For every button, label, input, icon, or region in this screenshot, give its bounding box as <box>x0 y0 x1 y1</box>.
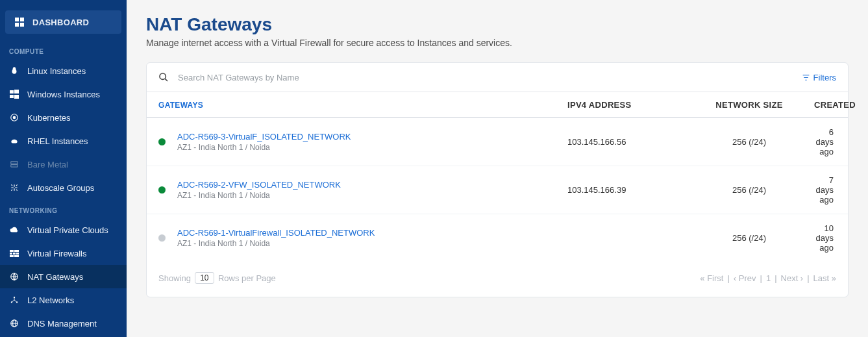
card-header: Filters <box>147 63 848 92</box>
svg-rect-5 <box>14 90 19 94</box>
sidebar-item-vpc[interactable]: Virtual Private Clouds <box>0 218 127 242</box>
sidebar-item-label: Virtual Firewalls <box>27 249 87 258</box>
page-title: NAT Gateways <box>146 14 849 35</box>
cell-ipv4: 103.145.166.39 <box>567 185 684 195</box>
sidebar-item-label: Linux Instances <box>27 66 86 76</box>
svg-rect-15 <box>13 253 16 255</box>
sidebar-item-label: Bare Metal <box>27 160 68 169</box>
gateway-location: AZ1 - India North 1 / Noida <box>177 191 341 200</box>
cloud-icon <box>9 225 19 235</box>
cell-network-size: 256 (/24) <box>684 185 814 195</box>
sidebar-item-label: NAT Gateways <box>27 272 83 282</box>
cell-created: 7 days ago <box>814 175 836 205</box>
svg-rect-13 <box>14 250 19 252</box>
svg-point-25 <box>160 73 166 79</box>
autoscale-icon <box>9 182 19 193</box>
cell-network-size: 256 (/24) <box>684 137 814 147</box>
table-row[interactable]: ADC-R569-2-VFW_ISOLATED_NETWORK AZ1 - In… <box>147 166 848 214</box>
sidebar-section-compute: COMPUTE <box>0 40 127 59</box>
svg-rect-14 <box>10 253 12 255</box>
page-subtitle: Manage internet access with a Virtual Fi… <box>146 38 849 48</box>
search-container <box>158 72 802 82</box>
gateways-card: Filters GATEWAYS IPV4 ADDRESS NETWORK SI… <box>146 62 849 297</box>
windows-icon <box>9 89 19 99</box>
gateway-name-link[interactable]: ADC-R569-2-VFW_ISOLATED_NETWORK <box>177 180 341 190</box>
kubernetes-icon <box>9 112 19 123</box>
svg-rect-1 <box>20 18 24 21</box>
svg-rect-10 <box>11 162 18 164</box>
sidebar-item-label: Autoscale Groups <box>27 183 94 193</box>
col-header-created[interactable]: CREATED <box>814 100 858 110</box>
svg-rect-2 <box>15 23 19 27</box>
status-dot <box>158 138 166 145</box>
col-header-ipv4[interactable]: IPV4 ADDRESS <box>567 100 684 110</box>
server-icon <box>9 159 19 169</box>
gateway-name-link[interactable]: ADC-R569-3-VirtualF_ISOLATED_NETWORK <box>177 132 351 142</box>
sidebar-item-label: Kubernetes <box>27 113 71 123</box>
rows-per-page-input[interactable] <box>195 272 214 284</box>
cell-network-size: 256 (/24) <box>684 233 814 243</box>
col-header-gateways[interactable]: GATEWAYS <box>158 100 567 110</box>
sidebar-item-autoscale[interactable]: Autoscale Groups <box>0 176 127 199</box>
sidebar-item-l2-networks[interactable]: L2 Networks <box>0 288 127 312</box>
sidebar-item-nat-gateways[interactable]: NAT Gateways <box>0 265 127 288</box>
sidebar-item-windows[interactable]: Windows Instances <box>0 82 127 106</box>
sidebar-item-baremetal[interactable]: Bare Metal <box>0 153 127 176</box>
filter-icon <box>802 73 810 82</box>
redhat-icon <box>9 136 19 146</box>
svg-point-20 <box>14 297 15 298</box>
sidebar-item-rhel[interactable]: RHEL Instances <box>0 129 127 153</box>
sidebar-item-dns[interactable]: DNS Management <box>0 312 127 335</box>
page-current: 1 <box>766 273 771 283</box>
sidebar-section-networking: NETWORKING <box>0 199 127 218</box>
cell-ipv4: 103.145.166.56 <box>567 137 684 147</box>
main-content: NAT Gateways Manage internet access with… <box>127 0 868 337</box>
svg-rect-3 <box>20 23 24 27</box>
globe-icon <box>9 318 19 329</box>
sidebar-item-linux[interactable]: Linux Instances <box>0 59 127 82</box>
penguin-icon <box>9 66 19 76</box>
firewall-icon <box>9 248 19 258</box>
table-header: GATEWAYS IPV4 ADDRESS NETWORK SIZE CREAT… <box>147 92 848 118</box>
status-dot <box>158 186 166 193</box>
sidebar-item-label: DASHBOARD <box>32 18 89 27</box>
sidebar-item-label: RHEL Instances <box>27 136 88 146</box>
svg-rect-6 <box>10 95 14 98</box>
svg-rect-7 <box>14 95 19 99</box>
nat-icon <box>9 271 19 282</box>
search-input[interactable] <box>178 73 802 82</box>
page-first[interactable]: « First <box>700 273 723 283</box>
cell-created: 6 days ago <box>814 127 836 156</box>
rows-per-page: Showing Rows per Page <box>158 272 276 284</box>
svg-rect-11 <box>11 165 18 168</box>
table-row[interactable]: ADC-R569-3-VirtualF_ISOLATED_NETWORK AZ1… <box>147 118 848 166</box>
sidebar-item-dashboard[interactable]: DASHBOARD <box>5 10 121 34</box>
svg-rect-0 <box>15 18 19 21</box>
svg-rect-18 <box>14 255 19 257</box>
sidebar-item-virtual-firewalls[interactable]: Virtual Firewalls <box>0 242 127 265</box>
sidebar-item-label: Windows Instances <box>27 90 100 99</box>
svg-rect-17 <box>10 255 14 257</box>
sidebar: DASHBOARD COMPUTE Linux Instances Window… <box>0 0 127 337</box>
cell-created: 10 days ago <box>814 223 836 253</box>
col-header-network-size[interactable]: NETWORK SIZE <box>684 100 814 110</box>
svg-rect-16 <box>16 253 19 255</box>
svg-point-9 <box>13 116 16 119</box>
table-row[interactable]: ADC-R569-1-VirtualFirewall_ISOLATED_NETW… <box>147 214 848 262</box>
sidebar-item-label: Virtual Private Clouds <box>27 225 108 235</box>
pagination: « First | ‹ Prev | 1 | Next › | Last » <box>700 273 836 283</box>
gateway-location: AZ1 - India North 1 / Noida <box>177 143 351 152</box>
gateway-name-link[interactable]: ADC-R569-1-VirtualFirewall_ISOLATED_NETW… <box>177 228 375 238</box>
showing-label: Showing <box>158 273 191 283</box>
table-footer: Showing Rows per Page « First | ‹ Prev |… <box>147 262 848 297</box>
filters-label: Filters <box>813 73 836 82</box>
sidebar-item-label: DNS Management <box>27 319 97 329</box>
sidebar-item-kubernetes[interactable]: Kubernetes <box>0 106 127 129</box>
page-prev[interactable]: ‹ Prev <box>734 273 756 283</box>
page-next[interactable]: Next › <box>781 273 804 283</box>
filters-button[interactable]: Filters <box>802 73 836 82</box>
status-dot <box>158 234 166 242</box>
search-icon <box>158 72 169 82</box>
page-last[interactable]: Last » <box>813 273 836 283</box>
svg-rect-4 <box>10 90 14 94</box>
